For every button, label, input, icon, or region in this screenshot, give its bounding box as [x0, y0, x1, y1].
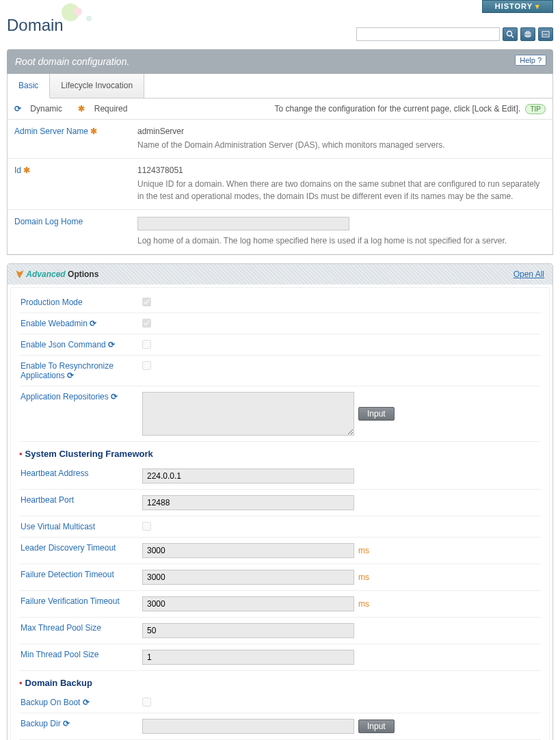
expand-icon: ⮟ [16, 269, 24, 279]
unit-ms: ms [358, 572, 369, 582]
advanced-options-header: ⮟ Advanced Options [16, 269, 98, 279]
dynamic-icon: ⟳ [63, 719, 70, 728]
dynamic-icon: ⟳ [83, 698, 90, 707]
help-icon: ? [537, 56, 542, 64]
label-heartbeat-port: Heartbeat Port [19, 495, 142, 505]
input-leader-discovery-timeout[interactable] [142, 543, 354, 558]
legend-dynamic: Dynamic [30, 104, 62, 114]
label-backup-on-boot: Backup On Boot ⟳ [19, 698, 142, 707]
dynamic-icon: ⟳ [14, 104, 21, 114]
dynamic-icon: ⟳ [67, 371, 74, 380]
input-heartbeat-port[interactable] [142, 495, 354, 510]
label-enable-resync: Enable To Resynchronize Applications ⟳ [19, 361, 142, 380]
config-banner: Root domain configuration. Help ? [7, 49, 553, 74]
input-failure-detection-timeout[interactable] [142, 570, 354, 585]
input-failure-verification-timeout[interactable] [142, 596, 354, 611]
desc-domain-log-home: Log home of a domain. The log home speci… [137, 235, 546, 247]
checkbox-enable-json-command[interactable] [142, 340, 151, 349]
svg-text:XML: XML [543, 33, 549, 36]
input-backup-dir[interactable] [142, 719, 354, 734]
checkbox-backup-on-boot[interactable] [142, 698, 151, 706]
svg-line-1 [511, 36, 514, 38]
tab-lifecycle-invocation[interactable]: Lifecycle Invocation [50, 74, 144, 98]
checkbox-enable-resync[interactable] [142, 361, 151, 370]
label-app-repos: Application Repositories ⟳ [19, 392, 142, 401]
desc-admin-server-name: Name of the Domain Administration Server… [137, 139, 546, 151]
section-icon: ▪ [19, 449, 23, 459]
print-icon-button[interactable] [520, 27, 535, 41]
desc-id: Unique ID for a domain. When there are t… [137, 178, 546, 202]
label-use-virtual-multicast: Use Virtual Multicast [19, 522, 142, 531]
tab-basic[interactable]: Basic [8, 74, 50, 98]
label-production-mode: Production Mode [19, 298, 142, 307]
label-heartbeat-address: Heartbeat Address [19, 468, 142, 478]
print-icon [524, 30, 532, 38]
dynamic-icon: ⟳ [90, 319, 96, 328]
unit-ms: ms [358, 546, 369, 555]
dynamic-icon: ⟳ [108, 340, 115, 349]
section-domain-backup: ▪Domain Backup [19, 671, 541, 692]
history-label: HISTORY [495, 2, 533, 10]
section-system-clustering-framework: ▪System Clustering Framework [19, 442, 541, 463]
help-button[interactable]: Help ? [515, 55, 546, 66]
search-icon [506, 30, 514, 38]
decorative-circles [62, 3, 92, 23]
xml-icon-button[interactable]: XML [538, 27, 553, 41]
input-button-app-repos: Input [358, 407, 395, 421]
xml-icon: XML [542, 30, 550, 38]
label-min-thread-pool: Min Thread Pool Size [19, 650, 142, 659]
label-failure-verification-timeout: Failure Verification Timeout [19, 596, 142, 606]
label-max-thread-pool: Max Thread Pool Size [19, 623, 142, 633]
input-heartbeat-address[interactable] [142, 468, 354, 484]
input-min-thread-pool[interactable] [142, 650, 354, 665]
section-icon: ▪ [19, 678, 23, 688]
label-backup-dir: Backup Dir ⟳ [19, 719, 142, 728]
checkbox-use-virtual-multicast[interactable] [142, 522, 151, 531]
input-max-thread-pool[interactable] [142, 623, 354, 638]
input-domain-log-home[interactable] [137, 217, 349, 230]
label-domain-log-home: Domain Log Home [8, 217, 137, 247]
legend-required: Required [94, 104, 128, 114]
tip-badge[interactable]: TIP [525, 104, 546, 114]
label-leader-discovery-timeout: Leader Discovery Timeout [19, 543, 142, 553]
required-icon: ✱ [90, 127, 97, 136]
dynamic-icon: ⟳ [111, 392, 118, 401]
unit-ms: ms [358, 599, 369, 609]
banner-subtitle: Root domain configuration. [15, 56, 129, 67]
required-icon: ✱ [78, 104, 85, 114]
config-hint: To change the configuration for the curr… [275, 104, 521, 114]
search-input[interactable] [356, 27, 500, 41]
chevron-down-icon: ▾ [535, 2, 540, 10]
input-button-backup-dir[interactable]: Input [358, 719, 395, 733]
svg-point-0 [507, 31, 512, 36]
label-id: Id ✱ [8, 166, 137, 202]
history-button[interactable]: HISTORY▾ [482, 0, 553, 13]
search-icon-button[interactable] [503, 27, 518, 41]
label-failure-detection-timeout: Failure Detection Timeout [19, 570, 142, 579]
required-icon: ✱ [23, 166, 30, 175]
label-enable-webadmin: Enable Webadmin ⟳ [19, 319, 142, 328]
label-enable-json-command: Enable Json Command ⟳ [19, 340, 142, 349]
label-admin-server-name: Admin Server Name ✱ [8, 127, 137, 151]
tab-bar: Basic Lifecycle Invocation [8, 74, 552, 98]
value-id: 1124378051 [137, 166, 546, 175]
checkbox-enable-webadmin[interactable] [142, 319, 151, 328]
textarea-app-repos[interactable] [142, 392, 354, 436]
value-admin-server-name: adminServer [137, 127, 546, 136]
checkbox-production-mode[interactable] [142, 298, 151, 306]
open-all-link[interactable]: Open All [514, 269, 544, 279]
